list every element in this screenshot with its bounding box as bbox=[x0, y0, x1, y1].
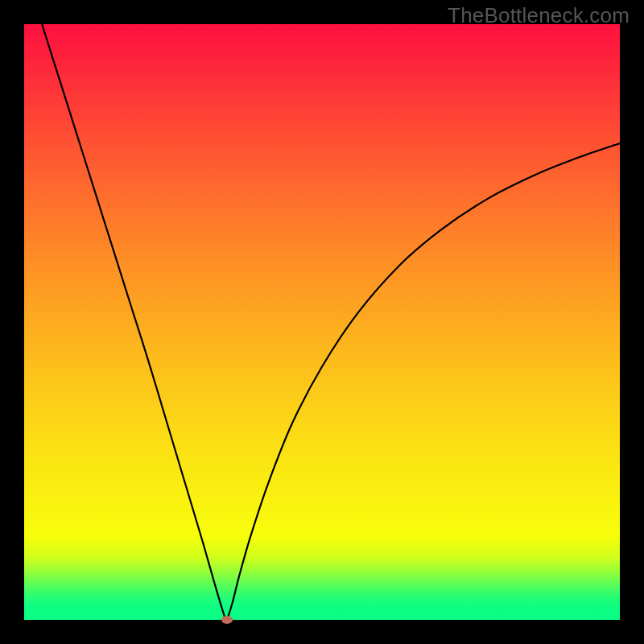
bottleneck-curve-path bbox=[24, 24, 620, 620]
curve-layer bbox=[24, 24, 620, 620]
chart-container: TheBottleneck.com bbox=[0, 0, 644, 644]
minimum-marker bbox=[221, 616, 233, 624]
plot-area bbox=[24, 24, 620, 620]
